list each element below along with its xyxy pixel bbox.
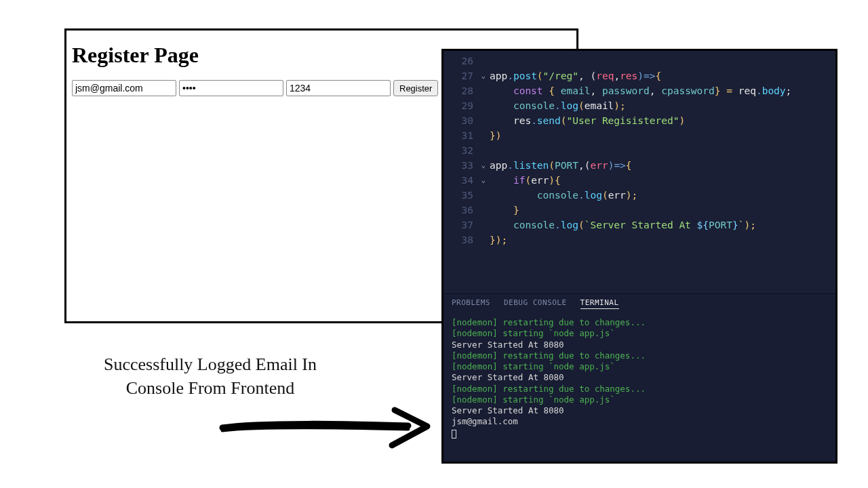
terminal-line: [nodemon] starting `node app.js`	[452, 328, 827, 339]
tab-problems[interactable]: PROBLEMS	[452, 298, 490, 309]
register-button[interactable]: Register	[393, 80, 438, 96]
terminal-line: [nodemon] starting `node app.js`	[452, 394, 827, 405]
password-field[interactable]	[179, 80, 283, 96]
terminal-line: [nodemon] restarting due to changes...	[452, 384, 827, 394]
terminal-cursor	[452, 430, 456, 439]
tab-terminal[interactable]: TERMINAL	[580, 298, 619, 309]
terminal-line: [nodemon] restarting due to changes...	[452, 317, 827, 328]
bottom-panel: PROBLEMS DEBUG CONSOLE TERMINAL [nodemon…	[443, 293, 835, 462]
line-number: 31	[443, 128, 477, 143]
fold-icon[interactable]: ⌄	[481, 173, 486, 188]
panel-tabs: PROBLEMS DEBUG CONSOLE TERMINAL	[443, 294, 835, 313]
fold-icon[interactable]: ⌄	[481, 158, 486, 173]
terminal-line: Server Started At 8080	[452, 372, 827, 383]
line-number: 26	[443, 54, 477, 68]
terminal-output[interactable]: [nodemon] restarting due to changes...[n…	[443, 313, 835, 462]
fold-icon[interactable]: ⌄	[481, 68, 486, 83]
code-content[interactable]: app.post("/reg", (req,res)=>{ const { em…	[477, 54, 835, 293]
caption-line: Console From Frontend	[47, 376, 373, 400]
line-number: 29	[443, 98, 477, 113]
terminal-line: jsm@gmail.com	[452, 416, 827, 427]
email-field[interactable]	[72, 80, 176, 96]
annotation-caption: Successfully Logged Email In Console Fro…	[47, 352, 373, 400]
confirm-password-field[interactable]	[286, 80, 391, 96]
terminal-line: Server Started At 8080	[452, 405, 827, 416]
tab-debug-console[interactable]: DEBUG CONSOLE	[504, 298, 567, 309]
line-number: 28	[443, 83, 477, 98]
line-number: 35	[443, 188, 477, 203]
code-area: 26 27⌄ 28 29 30 31 32 33⌄ 34⌄ 35 36 37 3…	[443, 51, 835, 293]
line-number: 30	[443, 113, 477, 128]
terminal-line: Server Started At 8080	[452, 340, 827, 350]
line-number: 38	[443, 232, 477, 247]
line-number: 27⌄	[443, 68, 477, 83]
line-number: 34⌄	[443, 173, 477, 188]
line-number: 32	[443, 143, 477, 158]
arrow-icon	[217, 403, 434, 451]
line-gutter: 26 27⌄ 28 29 30 31 32 33⌄ 34⌄ 35 36 37 3…	[443, 54, 477, 293]
line-number: 37	[443, 218, 477, 232]
terminal-line: [nodemon] starting `node app.js`	[452, 361, 827, 372]
caption-line: Successfully Logged Email In	[47, 352, 373, 376]
code-editor: 26 27⌄ 28 29 30 31 32 33⌄ 34⌄ 35 36 37 3…	[441, 49, 837, 464]
line-number: 33⌄	[443, 158, 477, 173]
line-number: 36	[443, 203, 477, 218]
terminal-line: [nodemon] restarting due to changes...	[452, 350, 827, 361]
